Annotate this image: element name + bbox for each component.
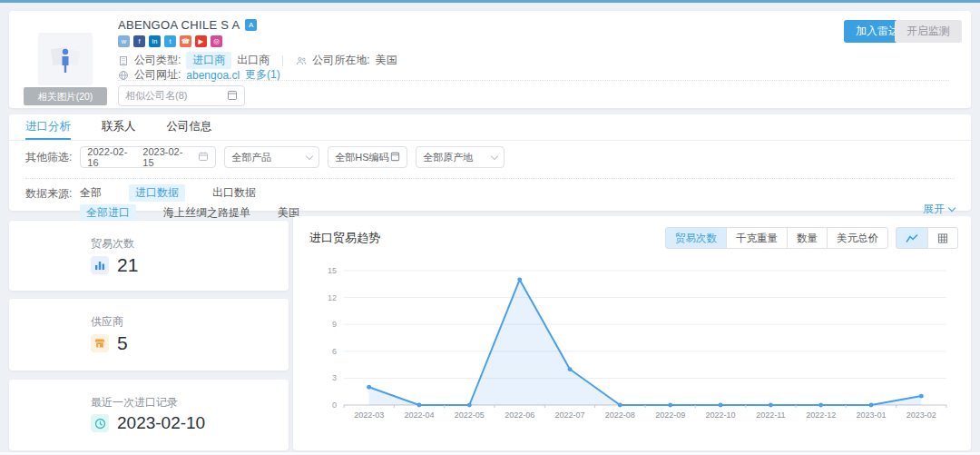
trend-line-chart: 036912152022-032022-042022-052022-062022… <box>311 258 953 440</box>
company-type-label: 公司类型: <box>134 53 181 68</box>
data-point[interactable] <box>869 403 874 408</box>
tabs-row: 进口分析联系人公司信息 <box>9 114 971 141</box>
tab-contacts[interactable]: 联系人 <box>102 114 136 140</box>
metric-tab-trade-count[interactable]: 贸易次数 <box>665 227 727 249</box>
stat-card-last-import: 最近一次进口记录 2023-02-10 <box>9 380 289 450</box>
trend-chart-svg: 036912152022-032022-042022-052022-062022… <box>311 258 953 430</box>
person-icon <box>50 41 81 77</box>
panel-icon <box>390 152 400 163</box>
data-point[interactable] <box>719 403 723 408</box>
social-icons-row: wfint☎▶◎ <box>118 35 222 47</box>
company-type-exporter[interactable]: 出口商 <box>237 53 270 68</box>
line-chart-icon <box>906 233 918 243</box>
similar-company-input[interactable]: 相似公司名(8) <box>118 85 245 106</box>
tab-company-info[interactable]: 公司信息 <box>167 114 212 140</box>
stat-value: 2023-02-10 <box>117 413 205 433</box>
twitter-icon[interactable]: t <box>164 35 176 47</box>
data-point[interactable] <box>818 403 823 408</box>
divider <box>282 55 283 66</box>
youtube-icon[interactable]: ▶ <box>195 35 207 47</box>
stat-label: 供应商 <box>91 314 123 330</box>
x-tick-label: 2022-12 <box>806 410 836 420</box>
line-chart-toggle[interactable] <box>896 227 928 249</box>
location-label: 公司所在地: <box>312 53 369 68</box>
data-point[interactable] <box>769 403 773 408</box>
linkedin-icon[interactable]: in <box>149 35 161 47</box>
date-range-input[interactable]: 2022-02-16 2023-02-15 <box>80 146 216 168</box>
source-option-import-data[interactable]: 进口数据 <box>129 184 185 202</box>
source-option-all[interactable]: 全部 <box>80 185 102 201</box>
import-trend-chart-card: 进口贸易趋势 贸易次数千克重量数量美元总价 036912152022-03202… <box>293 216 971 450</box>
related-images-label[interactable]: 相关图片(20) <box>24 87 107 105</box>
translate-icon[interactable]: A <box>245 19 257 31</box>
origin-select[interactable]: 全部原产地 <box>416 146 505 168</box>
expand-label: 展开 <box>923 202 945 217</box>
x-tick-label: 2022-07 <box>554 410 584 420</box>
stat-label: 最近一次进口记录 <box>91 395 178 410</box>
instagram-icon[interactable]: ◎ <box>211 35 222 47</box>
chart-controls: 贸易次数千克重量数量美元总价 <box>665 227 958 249</box>
data-source-label: 数据来源: <box>25 186 72 202</box>
avatar-placeholder-image <box>38 33 93 85</box>
other-filter-label: 其他筛选: <box>25 150 72 165</box>
source-option-export-data[interactable]: 出口数据 <box>212 185 256 201</box>
data-point[interactable] <box>417 403 422 408</box>
table-icon <box>937 233 948 243</box>
data-source-sub-options: 全部进口海上丝绸之路提单美国 <box>80 204 327 222</box>
date-end: 2023-02-15 <box>142 146 189 168</box>
data-source-options: 全部进口数据出口数据 <box>80 184 283 202</box>
filter-row: 其他筛选: 2022-02-16 2023-02-15 全部产品 全部HS编码 … <box>25 146 505 168</box>
x-tick-label: 2022-09 <box>655 410 685 420</box>
metric-tab-usd-total[interactable]: 美元总价 <box>827 227 888 249</box>
area-fill <box>369 280 922 405</box>
expand-link[interactable]: 展开 <box>923 202 955 217</box>
company-avatar[interactable]: 相关图片(20) <box>24 31 107 105</box>
weibo-icon[interactable]: w <box>118 35 130 47</box>
date-start: 2022-02-16 <box>87 146 133 168</box>
hs-code-select[interactable]: 全部HS编码 <box>328 146 407 168</box>
data-point[interactable] <box>919 394 924 399</box>
table-view-toggle[interactable] <box>927 227 958 249</box>
facebook-icon[interactable]: f <box>133 35 145 47</box>
y-tick-label: 6 <box>332 347 337 356</box>
y-tick-label: 15 <box>328 266 337 275</box>
start-monitor-button[interactable]: 开启监测 <box>895 20 962 43</box>
origin-select-value: 全部原产地 <box>423 151 473 164</box>
company-name: ABENGOA CHILE S A <box>118 18 240 32</box>
hs-code-value: 全部HS编码 <box>335 151 388 164</box>
x-tick-label: 2022-06 <box>505 410 534 420</box>
chevron-down-icon <box>306 152 313 159</box>
x-tick-label: 2023-01 <box>856 410 886 420</box>
top-accent-bar <box>0 0 980 3</box>
metric-tab-kg-weight[interactable]: 千克重量 <box>726 227 788 249</box>
stat-label: 贸易次数 <box>91 236 134 252</box>
stat-card-suppliers: 供应商 5 <box>9 299 289 371</box>
data-point[interactable] <box>517 277 522 282</box>
calendar-icon <box>198 151 209 163</box>
chevron-down-icon <box>491 152 498 159</box>
tab-import-analysis[interactable]: 进口分析 <box>25 114 71 140</box>
data-point[interactable] <box>467 403 472 408</box>
x-tick-label: 2022-10 <box>705 410 735 420</box>
data-point[interactable] <box>618 403 622 408</box>
y-tick-label: 0 <box>332 401 337 410</box>
dotted-divider <box>25 178 955 179</box>
data-point[interactable] <box>367 385 371 390</box>
product-select-value: 全部产品 <box>231 151 271 164</box>
chevron-down-icon <box>948 204 956 212</box>
data-point[interactable] <box>668 403 672 408</box>
metric-tab-quantity[interactable]: 数量 <box>787 227 828 249</box>
metric-toggle-group: 贸易次数千克重量数量美元总价 <box>665 227 888 249</box>
stat-card-trade-count: 贸易次数 21 <box>9 221 289 291</box>
source-suboption-all-import[interactable]: 全部进口 <box>80 204 136 222</box>
bar-chart-icon <box>91 256 109 274</box>
location-value: 美国 <box>376 53 397 68</box>
source-suboption-maritime-silk-road-bol[interactable]: 海上丝绸之路提单 <box>163 205 250 221</box>
analysis-panel-card: 进口分析联系人公司信息 其他筛选: 2022-02-16 2023-02-15 … <box>9 114 971 211</box>
phone-icon[interactable]: ☎ <box>180 35 191 47</box>
panel-icon <box>227 90 238 103</box>
x-tick-label: 2022-05 <box>455 410 485 420</box>
y-tick-label: 3 <box>332 373 337 382</box>
product-select[interactable]: 全部产品 <box>224 146 319 168</box>
data-point[interactable] <box>568 367 573 371</box>
